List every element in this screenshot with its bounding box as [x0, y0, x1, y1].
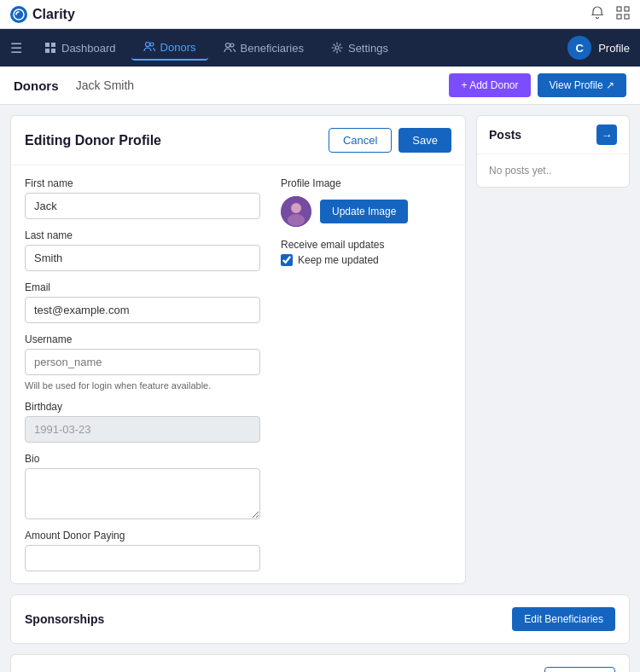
email-input[interactable]	[25, 297, 260, 323]
svg-rect-5	[45, 43, 49, 47]
form-header: Editing Donor Profile Cancel Save	[11, 116, 465, 165]
keep-updated-checkbox[interactable]	[281, 254, 293, 266]
edit-beneficiaries-button[interactable]: Edit Beneficiaries	[512, 607, 615, 631]
last-name-group: Last name	[25, 229, 260, 271]
birthday-input	[25, 416, 260, 443]
view-profile-button[interactable]: View Profile ↗	[538, 73, 626, 97]
notification-button[interactable]	[591, 6, 604, 23]
profile-image-section: Profile Image Update Image	[281, 177, 451, 227]
save-button[interactable]: Save	[399, 128, 451, 153]
show-info-button[interactable]: Show Info	[544, 667, 615, 672]
birthday-group: Birthday	[25, 401, 260, 443]
breadcrumb-parent: Donors	[14, 78, 59, 93]
sponsorships-bar: Sponsorships Edit Beneficiaries	[10, 594, 630, 644]
form-panel: Editing Donor Profile Cancel Save First …	[10, 115, 466, 584]
last-name-label: Last name	[25, 229, 260, 241]
birthday-label: Birthday	[25, 401, 260, 413]
svg-point-9	[145, 43, 149, 47]
grid-button[interactable]	[616, 6, 630, 23]
header-actions: + Add Donor View Profile ↗	[449, 73, 626, 97]
svg-point-13	[335, 46, 339, 49]
email-updates-section: Receive email updates Keep me updated	[281, 239, 451, 266]
first-name-input[interactable]	[25, 193, 260, 219]
svg-point-16	[288, 214, 305, 226]
form-fields-right: Profile Image Update Image Rec	[281, 177, 451, 571]
email-label: Email	[25, 281, 260, 293]
posts-arrow-button[interactable]: →	[596, 125, 617, 145]
form-title: Editing Donor Profile	[25, 133, 161, 148]
username-label: Username	[25, 333, 260, 345]
form-actions: Cancel Save	[329, 128, 451, 153]
svg-rect-3	[617, 14, 621, 19]
amount-group: Amount Donor Paying	[25, 530, 260, 571]
svg-point-12	[230, 43, 234, 47]
profile-label: Profile	[598, 42, 630, 55]
keep-updated-label: Keep me updated	[298, 254, 379, 266]
svg-point-10	[150, 43, 154, 46]
posts-body: No posts yet..	[477, 154, 629, 187]
cancel-button[interactable]: Cancel	[329, 128, 392, 153]
last-name-input[interactable]	[25, 245, 260, 271]
page-header: Donors Jack Smith + Add Donor View Profi…	[0, 67, 640, 105]
app-name: Clarity	[32, 7, 75, 22]
profile-image-avatar	[281, 196, 311, 227]
posts-empty-message: No posts yet..	[489, 165, 551, 177]
svg-rect-7	[45, 49, 49, 53]
amount-label: Amount Donor Paying	[25, 530, 260, 542]
bottom-sections: Sponsorships Edit Beneficiaries Login In…	[0, 594, 640, 672]
svg-point-15	[291, 203, 301, 213]
nav-item-dashboard[interactable]: Dashboard	[32, 37, 128, 60]
logo-icon	[10, 6, 27, 23]
nav-item-beneficiaries[interactable]: Beneficiaries	[212, 37, 316, 60]
svg-rect-8	[51, 49, 55, 53]
svg-point-11	[225, 43, 230, 48]
posts-panel: Posts → No posts yet..	[476, 115, 630, 188]
amount-input[interactable]	[25, 545, 260, 571]
svg-rect-1	[617, 7, 621, 11]
add-donor-button[interactable]: + Add Donor	[449, 73, 530, 97]
svg-point-0	[14, 9, 24, 20]
bio-label: Bio	[25, 453, 260, 465]
form-fields-left: First name Last name Email Username Will…	[25, 177, 260, 571]
profile-avatar: C	[567, 36, 591, 60]
email-group: Email	[25, 281, 260, 323]
svg-rect-2	[625, 7, 629, 11]
profile-image-row: Update Image	[281, 196, 451, 227]
nav-item-settings[interactable]: Settings	[319, 37, 400, 60]
username-group: Username Will be used for login when fea…	[25, 333, 260, 391]
top-bar-right	[591, 6, 630, 23]
nav-bar: ☰ Dashboard Donors Beneficiaries Setting…	[0, 29, 640, 67]
bio-textarea[interactable]	[25, 468, 260, 519]
email-updates-label: Receive email updates	[281, 239, 451, 251]
login-info-bar: Login Information Show Info	[10, 654, 630, 672]
username-hint: Will be used for login when feature avai…	[25, 380, 260, 391]
email-updates-checkbox-group: Keep me updated	[281, 254, 451, 266]
sponsorships-title: Sponsorships	[25, 612, 104, 626]
nav-item-donors[interactable]: Donors	[131, 36, 208, 61]
breadcrumb: Donors Jack Smith	[14, 78, 134, 93]
logo: Clarity	[10, 6, 75, 23]
form-body: First name Last name Email Username Will…	[11, 165, 465, 583]
username-input[interactable]	[25, 349, 260, 375]
profile-image-label: Profile Image	[281, 177, 451, 189]
breadcrumb-separator	[66, 78, 69, 93]
first-name-label: First name	[25, 177, 260, 189]
main-layout: Editing Donor Profile Cancel Save First …	[0, 105, 640, 594]
posts-title: Posts	[489, 128, 521, 142]
breadcrumb-child: Jack Smith	[76, 78, 134, 92]
top-bar: Clarity	[0, 0, 640, 29]
update-image-button[interactable]: Update Image	[320, 200, 408, 223]
svg-rect-4	[625, 14, 629, 19]
bio-group: Bio	[25, 453, 260, 519]
posts-header: Posts →	[477, 116, 629, 154]
nav-profile[interactable]: C Profile	[567, 36, 630, 60]
svg-rect-6	[51, 43, 55, 47]
first-name-group: First name	[25, 177, 260, 219]
hamburger-icon[interactable]: ☰	[10, 40, 22, 56]
